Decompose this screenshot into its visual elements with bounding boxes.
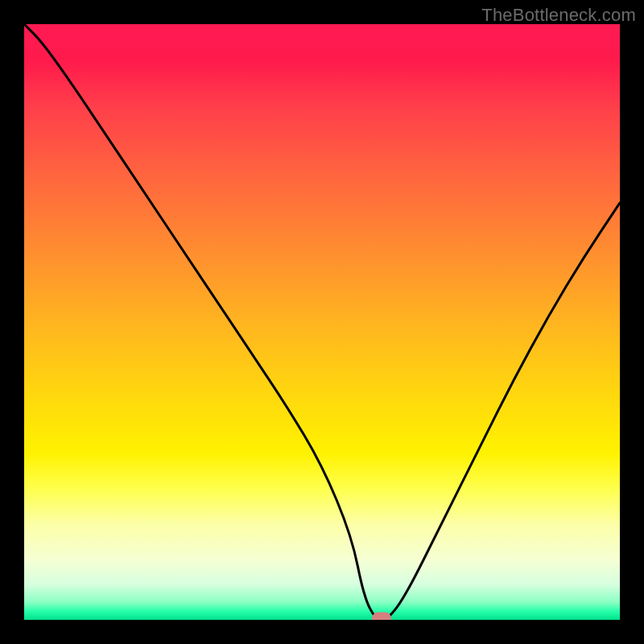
chart-frame: TheBottleneck.com	[0, 0, 644, 644]
chart-svg	[24, 24, 620, 620]
plot-area	[24, 24, 620, 620]
bottleneck-curve	[24, 24, 620, 620]
watermark-text: TheBottleneck.com	[481, 5, 636, 26]
bottleneck-marker	[372, 613, 391, 620]
